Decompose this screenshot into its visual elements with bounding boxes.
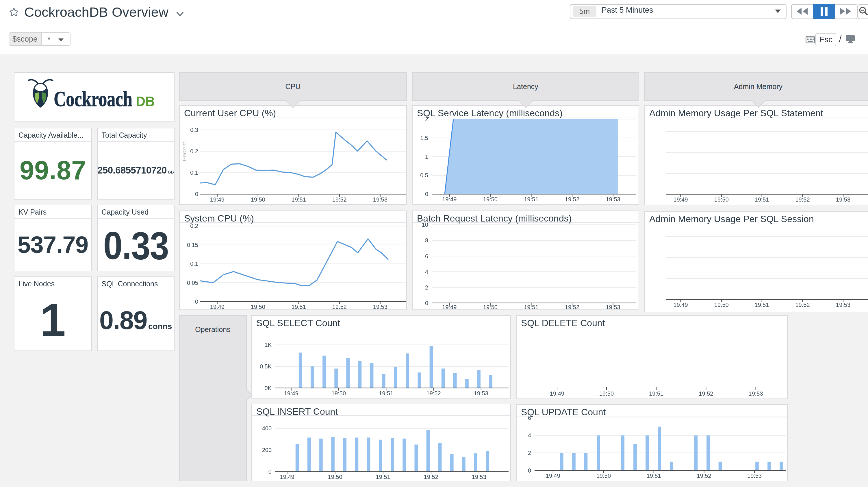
svg-text:19:52: 19:52 (332, 304, 347, 309)
svg-text:19:49: 19:49 (442, 304, 457, 309)
svg-text:19:49: 19:49 (674, 196, 688, 203)
svg-text:6: 6 (528, 414, 531, 421)
svg-text:19:52: 19:52 (697, 472, 711, 479)
svg-text:19:50: 19:50 (483, 196, 498, 202)
svg-text:19:52: 19:52 (699, 390, 713, 397)
svg-text:19:53: 19:53 (836, 301, 850, 308)
svg-text:19:50: 19:50 (714, 196, 729, 203)
svg-text:19:49: 19:49 (210, 196, 224, 203)
svg-text:19:49: 19:49 (546, 472, 560, 479)
svg-text:0K: 0K (265, 384, 272, 391)
svg-text:19:53: 19:53 (747, 472, 762, 479)
svg-text:19:49: 19:49 (210, 304, 224, 309)
svg-text:0.2: 0.2 (190, 148, 198, 154)
svg-text:19:53: 19:53 (474, 390, 488, 396)
svg-text:19:50: 19:50 (714, 301, 729, 308)
svg-text:0: 0 (195, 298, 198, 305)
svg-text:19:51: 19:51 (524, 196, 538, 202)
svg-text:19:50: 19:50 (596, 472, 611, 479)
svg-text:Percent: Percent (182, 142, 188, 161)
svg-text:19:50: 19:50 (251, 304, 265, 309)
svg-text:19:53: 19:53 (836, 196, 850, 203)
svg-text:0: 0 (269, 468, 272, 475)
svg-text:0.15: 0.15 (187, 242, 198, 248)
svg-text:19:49: 19:49 (280, 474, 294, 480)
svg-text:19:52: 19:52 (795, 301, 810, 308)
svg-text:0.2: 0.2 (190, 223, 198, 229)
svg-text:19:51: 19:51 (291, 196, 306, 203)
svg-text:19:50: 19:50 (328, 474, 342, 480)
svg-text:19:52: 19:52 (424, 474, 438, 480)
svg-text:19:53: 19:53 (373, 196, 388, 203)
svg-text:2: 2 (528, 450, 531, 456)
svg-text:19:51: 19:51 (755, 196, 769, 203)
svg-text:19:53: 19:53 (373, 304, 388, 309)
svg-text:8: 8 (425, 237, 428, 244)
svg-text:19:52: 19:52 (332, 196, 347, 203)
svg-text:19:53: 19:53 (472, 474, 486, 480)
svg-text:19:51: 19:51 (376, 474, 391, 480)
svg-text:0.3: 0.3 (190, 127, 198, 133)
svg-text:19:51: 19:51 (647, 472, 661, 479)
svg-text:1.5: 1.5 (420, 135, 428, 141)
svg-text:6: 6 (425, 253, 428, 259)
svg-text:19:49: 19:49 (550, 390, 564, 397)
svg-text:4: 4 (425, 269, 428, 275)
svg-text:19:52: 19:52 (565, 304, 579, 309)
svg-text:200: 200 (262, 447, 272, 453)
svg-text:0: 0 (195, 191, 198, 197)
svg-text:19:49: 19:49 (674, 301, 688, 308)
svg-text:19:53: 19:53 (749, 390, 763, 397)
svg-text:19:51: 19:51 (755, 301, 769, 308)
svg-text:19:50: 19:50 (599, 390, 614, 397)
svg-text:19:52: 19:52 (565, 196, 579, 202)
svg-text:400: 400 (262, 425, 272, 431)
svg-text:19:49: 19:49 (442, 196, 457, 202)
svg-text:19:51: 19:51 (291, 304, 306, 309)
svg-text:19:50: 19:50 (251, 196, 265, 203)
svg-text:0.5K: 0.5K (260, 363, 272, 369)
svg-text:19:53: 19:53 (606, 304, 620, 309)
svg-text:1K: 1K (265, 341, 272, 348)
svg-text:19:53: 19:53 (606, 196, 620, 202)
svg-text:Cockroach: Cockroach (54, 87, 132, 111)
svg-text:19:51: 19:51 (649, 390, 663, 397)
svg-text:19:52: 19:52 (427, 390, 441, 396)
svg-text:19:52: 19:52 (795, 196, 810, 203)
svg-text:0.1: 0.1 (190, 169, 198, 176)
svg-text:19:50: 19:50 (332, 390, 346, 396)
svg-text:0.05: 0.05 (187, 280, 198, 286)
svg-text:19:49: 19:49 (284, 390, 299, 396)
svg-text:1: 1 (425, 153, 428, 160)
svg-text:0.5: 0.5 (420, 172, 428, 178)
svg-text:19:51: 19:51 (379, 390, 393, 396)
svg-text:19:50: 19:50 (483, 304, 498, 309)
svg-text:19:51: 19:51 (524, 304, 538, 309)
svg-text:10: 10 (422, 222, 428, 228)
svg-text:DB: DB (136, 93, 155, 109)
svg-text:0: 0 (528, 467, 531, 474)
svg-text:2: 2 (425, 116, 428, 122)
svg-text:0: 0 (425, 191, 428, 197)
svg-text:0.1: 0.1 (190, 261, 198, 267)
svg-text:2: 2 (425, 284, 428, 291)
svg-text:4: 4 (528, 432, 531, 438)
svg-text:0: 0 (425, 300, 428, 306)
